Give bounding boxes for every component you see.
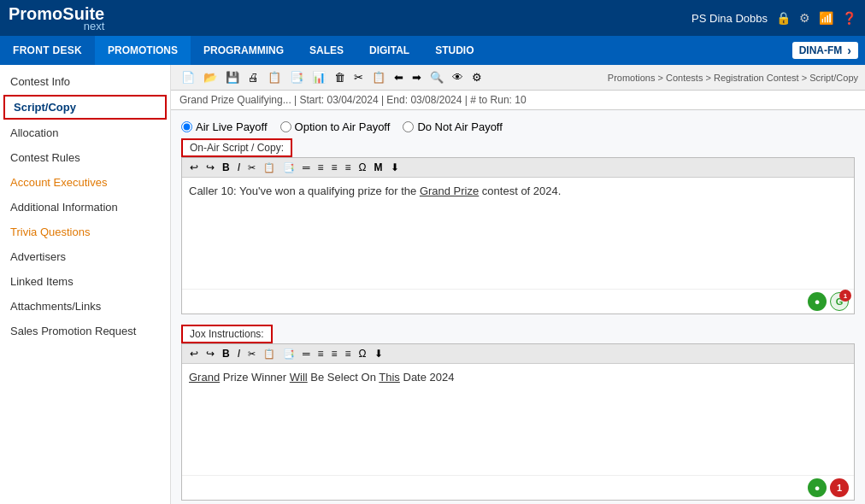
- jox-italic-btn[interactable]: I: [234, 347, 244, 360]
- toolbar-btn12[interactable]: 🔍: [427, 68, 447, 86]
- jox-green-circle-icon[interactable]: ●: [808, 478, 827, 497]
- jox-ol-btn[interactable]: ≡: [328, 347, 341, 360]
- on-air-omega-btn[interactable]: Ω: [356, 161, 370, 174]
- jox-copy-btn[interactable]: 📋: [260, 348, 279, 360]
- header: PromoSuite next PS Dina Dobbs 🔒 ⚙ 📶 ❓: [0, 0, 865, 36]
- scrollable-content: Air Live Payoff Option to Air Payoff Do …: [171, 110, 865, 504]
- jox-omega-btn[interactable]: Ω: [356, 347, 370, 360]
- radio-option-to-air[interactable]: Option to Air Payoff: [280, 120, 391, 133]
- sidebar-item-advertisers[interactable]: Advertisers: [0, 244, 170, 269]
- sidebar-item-contest-rules[interactable]: Contest Rules: [0, 145, 170, 170]
- sidebar: Contest Info Script/Copy Allocation Cont…: [0, 65, 171, 504]
- jox-editor-body[interactable]: Grand Prize Winner Will Be Select On Thi…: [182, 364, 854, 475]
- toolbar-print-btn[interactable]: 🖨: [244, 68, 262, 86]
- station-selector[interactable]: DINA-FM ›: [792, 42, 858, 59]
- green-circle-icon[interactable]: ●: [808, 292, 827, 311]
- sidebar-item-script-copy[interactable]: Script/Copy: [3, 95, 167, 120]
- logo: PromoSuite next: [9, 5, 104, 32]
- nav-item-studio[interactable]: STUDIO: [422, 36, 486, 65]
- breadcrumb: Promotions > Contests > Registration Con…: [608, 73, 858, 83]
- sidebar-item-allocation[interactable]: Allocation: [0, 120, 170, 145]
- station-name: DINA-FM: [799, 44, 843, 56]
- on-air-m-btn[interactable]: M: [371, 161, 386, 174]
- on-air-section: On-Air Script / Copy: ↩ ↪ B I ✂ 📋 📑 ═ ≡: [181, 138, 855, 314]
- jox-content: Grand Prize Winner Will Be Select On Thi…: [189, 371, 454, 384]
- content-area: 📄 📂 💾 🖨 📋 📑 📊 🗑 ✂ 📋 ⬅ ➡ 🔍 👁 ⚙ Promotions…: [171, 65, 865, 504]
- toolbar-btn13[interactable]: 👁: [449, 68, 467, 86]
- on-air-arrow-btn[interactable]: ⬇: [387, 161, 403, 174]
- radio-air-live[interactable]: Air Live Payoff: [181, 120, 268, 133]
- toolbar-new-btn[interactable]: 📄: [178, 68, 198, 86]
- sidebar-item-attachments-links[interactable]: Attachments/Links: [0, 294, 170, 319]
- toolbar-btn5[interactable]: 📑: [286, 68, 307, 86]
- radio-option-to-air-input[interactable]: [280, 121, 291, 132]
- jox-hr-btn[interactable]: ═: [299, 347, 314, 360]
- sidebar-item-linked-items[interactable]: Linked Items: [0, 269, 170, 294]
- on-air-indent-btn[interactable]: ≡: [342, 161, 355, 174]
- top-bar: 📄 📂 💾 🖨 📋 📑 📊 🗑 ✂ 📋 ⬅ ➡ 🔍 👁 ⚙ Promotions…: [171, 65, 865, 110]
- on-air-undo-btn[interactable]: ↩: [186, 161, 202, 174]
- jox-paste-btn[interactable]: 📑: [280, 348, 298, 360]
- on-air-ul-btn[interactable]: ≡: [315, 161, 327, 174]
- toolbar-btn8[interactable]: ✂: [350, 68, 367, 86]
- toolbar-btn10[interactable]: ⬅: [391, 68, 407, 86]
- radio-air-live-input[interactable]: [181, 121, 192, 132]
- grammarly-icon[interactable]: G 1: [830, 292, 849, 311]
- sidebar-item-trivia-questions[interactable]: Trivia Questions: [0, 220, 170, 244]
- nav-item-frontdesk[interactable]: FRONT DESK: [0, 36, 95, 65]
- toolbar-save-btn[interactable]: 💾: [222, 68, 243, 86]
- jox-bold-btn[interactable]: B: [219, 347, 233, 360]
- radio-do-not-air[interactable]: Do Not Air Payoff: [403, 120, 502, 133]
- on-air-bold-btn[interactable]: B: [219, 161, 233, 174]
- jox-section: Jox Instructions: ↩ ↪ B I ✂ 📋 📑 ═ ≡ ≡: [181, 325, 855, 501]
- on-air-section-label: On-Air Script / Copy:: [181, 138, 855, 157]
- contest-bar-text: Grand Prize Qualifying... | Start: 03/04…: [179, 94, 527, 106]
- sidebar-item-sales-promotion-request[interactable]: Sales Promotion Request: [0, 319, 170, 343]
- toolbar-btn6[interactable]: 📊: [309, 68, 329, 86]
- on-air-ol-btn[interactable]: ≡: [328, 161, 341, 174]
- nav-item-programming[interactable]: PROGRAMMING: [191, 36, 297, 65]
- header-right: PS Dina Dobbs 🔒 ⚙ 📶 ❓: [691, 11, 856, 25]
- sidebar-item-additional-information[interactable]: Additional Information: [0, 195, 170, 220]
- radio-group: Air Live Payoff Option to Air Payoff Do …: [181, 117, 855, 138]
- main-layout: Contest Info Script/Copy Allocation Cont…: [0, 65, 865, 504]
- jox-indent-btn[interactable]: ≡: [342, 347, 355, 360]
- jox-ul-btn[interactable]: ≡: [315, 347, 327, 360]
- jox-cut-btn[interactable]: ✂: [244, 348, 259, 360]
- toolbar-btn11[interactable]: ➡: [409, 68, 425, 86]
- sidebar-item-contest-info[interactable]: Contest Info: [0, 69, 170, 94]
- nav-item-digital[interactable]: DIGITAL: [356, 36, 422, 65]
- toolbar-btn4[interactable]: 📋: [264, 68, 285, 86]
- settings-icon: ⚙: [799, 11, 810, 25]
- jox-label-text: Jox Instructions:: [181, 325, 273, 343]
- main-toolbar: 📄 📂 💾 🖨 📋 📑 📊 🗑 ✂ 📋 ⬅ ➡ 🔍 👁 ⚙ Promotions…: [171, 65, 865, 91]
- jox-editor-footer: ● 1: [182, 475, 854, 500]
- toolbar-open-btn[interactable]: 📂: [200, 68, 221, 86]
- on-air-hr-btn[interactable]: ═: [299, 161, 314, 174]
- on-air-editor-body[interactable]: Caller 10: You've won a qualifying prize…: [182, 178, 854, 289]
- jox-arrow-btn[interactable]: ⬇: [371, 347, 386, 360]
- toolbar-btn9[interactable]: 📋: [368, 68, 389, 86]
- nav-item-promotions[interactable]: PROMOTIONS: [95, 36, 191, 65]
- on-air-editor-toolbar: ↩ ↪ B I ✂ 📋 📑 ═ ≡ ≡ ≡ Ω M ⬇: [182, 158, 854, 178]
- sidebar-item-account-executives[interactable]: Account Executives: [0, 170, 170, 195]
- jox-undo-btn[interactable]: ↩: [186, 347, 202, 360]
- jox-section-label: Jox Instructions:: [181, 325, 855, 343]
- jox-editor-toolbar: ↩ ↪ B I ✂ 📋 📑 ═ ≡ ≡ ≡ Ω ⬇: [182, 344, 854, 364]
- nav-item-sales[interactable]: SALES: [297, 36, 356, 65]
- on-air-redo-btn[interactable]: ↪: [203, 161, 218, 174]
- on-air-copy-btn[interactable]: 📋: [260, 161, 279, 174]
- on-air-italic-btn[interactable]: I: [234, 161, 244, 174]
- on-air-paste-btn[interactable]: 📑: [280, 161, 298, 174]
- toolbar-btn14[interactable]: ⚙: [468, 68, 485, 86]
- signal-icon: 📶: [819, 11, 833, 25]
- breadcrumb-text: Promotions > Contests > Registration Con…: [608, 73, 858, 83]
- on-air-label-text: On-Air Script / Copy:: [181, 138, 292, 157]
- station-arrow-icon: ›: [847, 44, 851, 57]
- contest-info-bar: Grand Prize Qualifying... | Start: 03/04…: [171, 91, 865, 109]
- jox-badge-icon[interactable]: 1: [830, 478, 849, 497]
- toolbar-btn7[interactable]: 🗑: [331, 68, 349, 86]
- jox-redo-btn[interactable]: ↪: [203, 347, 218, 360]
- radio-do-not-air-input[interactable]: [403, 121, 414, 132]
- on-air-cut-btn[interactable]: ✂: [244, 161, 259, 174]
